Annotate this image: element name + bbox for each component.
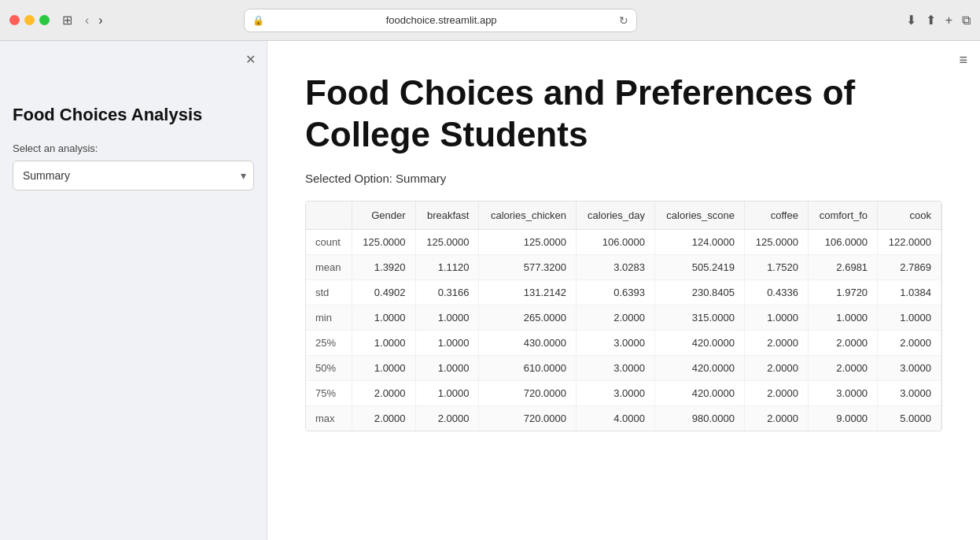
col-header-gender: Gender	[352, 202, 415, 230]
table-cell: 980.0000	[655, 405, 745, 431]
table-cell: 2.0000	[415, 405, 479, 431]
table-cell: 0.6393	[577, 279, 655, 305]
table-row-label: 50%	[306, 355, 352, 380]
table-cell: 1.0000	[415, 330, 479, 355]
table-cell: 720.0000	[479, 380, 577, 405]
analysis-select[interactable]: Summary Distribution Correlation Compari…	[13, 161, 254, 190]
table-cell: 1.0384	[878, 279, 941, 305]
table-cell: 1.1120	[415, 254, 479, 279]
table-cell: 2.0000	[878, 330, 941, 355]
table-row-label: 75%	[306, 380, 352, 405]
table-body: count125.0000125.0000125.0000106.0000124…	[306, 229, 941, 431]
table-cell: 2.6981	[808, 254, 877, 279]
table-cell: 2.0000	[577, 305, 655, 330]
table-cell: 2.0000	[745, 330, 809, 355]
table-row: 75%2.00001.0000720.00003.0000420.00002.0…	[306, 380, 941, 405]
summary-table: Gender breakfast calories_chicken calori…	[306, 202, 941, 431]
browser-chrome: ⊞ ‹ › 🔒 foodchoice.streamlit.app ↻ ⬇ ⬆ +…	[0, 0, 980, 41]
table-cell: 1.0000	[352, 355, 415, 380]
summary-table-container: Gender breakfast calories_chicken calori…	[305, 201, 942, 431]
col-header-cook: cook	[878, 202, 941, 230]
table-cell: 131.2142	[479, 279, 577, 305]
back-arrow-icon[interactable]: ‹	[82, 12, 92, 29]
table-header-row: Gender breakfast calories_chicken calori…	[306, 202, 941, 230]
table-cell: 430.0000	[479, 330, 577, 355]
selected-option-text: Selected Option: Summary	[305, 172, 942, 185]
table-row: 50%1.00001.0000610.00003.0000420.00002.0…	[306, 355, 941, 380]
table-cell: 0.3166	[415, 279, 479, 305]
table-cell: 610.0000	[479, 355, 577, 380]
table-cell: 0.4902	[352, 279, 415, 305]
table-row: min1.00001.0000265.00002.0000315.00001.0…	[306, 305, 941, 330]
table-cell: 3.0000	[878, 355, 941, 380]
table-cell: 1.0000	[878, 305, 941, 330]
col-header-coffee: coffee	[745, 202, 809, 230]
analysis-select-wrapper: Summary Distribution Correlation Compari…	[13, 161, 254, 190]
table-row: std0.49020.3166131.21420.6393230.84050.4…	[306, 279, 941, 305]
table-cell: 1.9720	[808, 279, 877, 305]
sidebar-toggle-icon[interactable]: ⊞	[62, 13, 72, 28]
sidebar-close-icon[interactable]: ✕	[245, 52, 256, 67]
table-cell: 1.0000	[808, 305, 877, 330]
table-cell: 1.0000	[415, 380, 479, 405]
table-cell: 2.0000	[352, 405, 415, 431]
table-cell: 1.0000	[415, 305, 479, 330]
share-icon[interactable]: ⬆	[926, 13, 936, 28]
table-row: count125.0000125.0000125.0000106.0000124…	[306, 229, 941, 254]
table-cell: 265.0000	[479, 305, 577, 330]
forward-arrow-icon[interactable]: ›	[95, 12, 105, 29]
table-cell: 420.0000	[655, 330, 745, 355]
col-header-comfort-food: comfort_fo	[808, 202, 877, 230]
sidebar-title: Food Choices Analysis	[13, 104, 254, 127]
table-cell: 2.0000	[808, 330, 877, 355]
table-cell: 1.0000	[352, 305, 415, 330]
table-cell: 420.0000	[655, 355, 745, 380]
minimize-button[interactable]	[24, 15, 35, 25]
table-cell: 2.7869	[878, 254, 941, 279]
table-row: 25%1.00001.0000430.00003.0000420.00002.0…	[306, 330, 941, 355]
browser-actions: ⬇ ⬆ + ⧉	[906, 13, 971, 28]
table-cell: 230.8405	[655, 279, 745, 305]
download-icon[interactable]: ⬇	[906, 13, 916, 28]
table-cell: 125.0000	[745, 229, 809, 254]
hamburger-icon[interactable]: ≡	[959, 52, 967, 68]
table-row-label: max	[306, 405, 352, 431]
col-header-breakfast: breakfast	[415, 202, 479, 230]
table-cell: 3.0000	[878, 380, 941, 405]
page-title: Food Choices and Preferences of College …	[305, 72, 942, 156]
analysis-select-label: Select an analysis:	[13, 142, 254, 154]
table-row-label: min	[306, 305, 352, 330]
lock-icon: 🔒	[252, 15, 264, 26]
col-header-calories-chicken: calories_chicken	[479, 202, 577, 230]
table-cell: 3.0283	[577, 254, 655, 279]
close-button[interactable]	[9, 15, 20, 25]
maximize-button[interactable]	[39, 15, 50, 25]
table-cell: 1.7520	[745, 254, 809, 279]
table-cell: 420.0000	[655, 380, 745, 405]
table-cell: 1.0000	[415, 355, 479, 380]
table-row-label: 25%	[306, 330, 352, 355]
nav-arrows: ‹ ›	[82, 12, 106, 29]
col-header-calories-scone: calories_scone	[655, 202, 745, 230]
table-cell: 106.0000	[808, 229, 877, 254]
table-cell: 505.2419	[655, 254, 745, 279]
table-row: max2.00002.0000720.00004.0000980.00002.0…	[306, 405, 941, 431]
table-row-label: count	[306, 229, 352, 254]
table-cell: 2.0000	[808, 355, 877, 380]
sidebar: ✕ Food Choices Analysis Select an analys…	[0, 41, 267, 540]
table-cell: 315.0000	[655, 305, 745, 330]
table-cell: 720.0000	[479, 405, 577, 431]
table-cell: 4.0000	[577, 405, 655, 431]
tabs-icon[interactable]: ⧉	[962, 13, 971, 28]
table-cell: 3.0000	[808, 380, 877, 405]
table-row: mean1.39201.1120577.32003.0283505.24191.…	[306, 254, 941, 279]
table-cell: 2.0000	[745, 380, 809, 405]
new-tab-icon[interactable]: +	[945, 13, 952, 28]
main-content: ≡ Food Choices and Preferences of Colleg…	[267, 41, 980, 540]
col-header-calories-day: calories_day	[577, 202, 655, 230]
address-bar[interactable]: 🔒 foodchoice.streamlit.app ↻	[244, 9, 637, 32]
table-cell: 3.0000	[577, 330, 655, 355]
page-layout: ✕ Food Choices Analysis Select an analys…	[0, 41, 980, 540]
table-cell: 0.4336	[745, 279, 809, 305]
reload-icon[interactable]: ↻	[619, 14, 628, 27]
